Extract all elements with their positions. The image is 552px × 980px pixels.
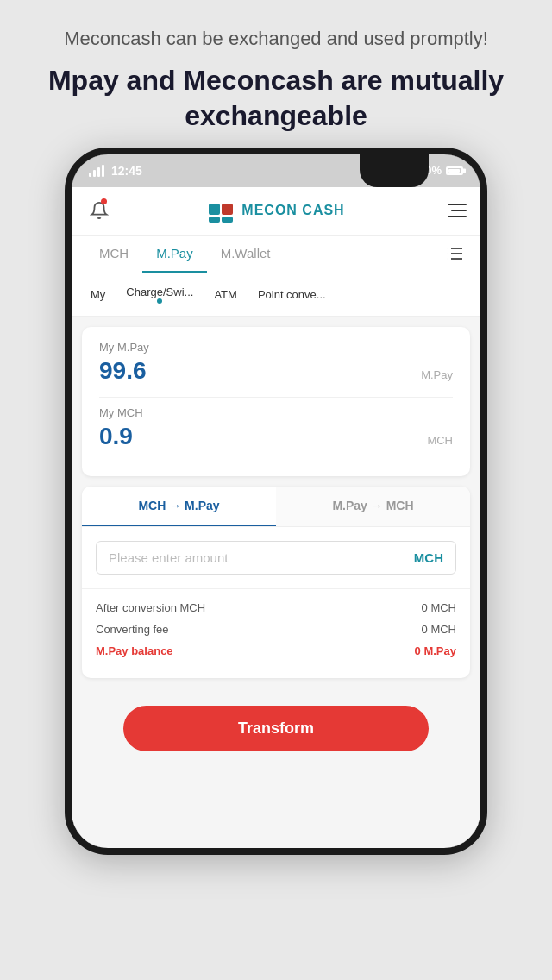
phone-content: MECON CASH MCH M.Pay M.Wallet: [72, 187, 480, 848]
balance-card: My M.Pay 99.6 M.Pay My MCH 0.9 MCH: [82, 327, 470, 476]
conversion-card: MCH → M.Pay M.Pay → MCH Please enter amo…: [82, 487, 470, 678]
transform-button-area: Transform: [72, 688, 480, 777]
sub-navigation: My Charge/Swi... ATM Point conve...: [72, 273, 480, 317]
mpay-balance-label: My M.Pay: [99, 341, 453, 354]
history-icon-button[interactable]: [442, 242, 467, 266]
transform-button[interactable]: Transform: [123, 706, 429, 751]
list-icon: [444, 243, 465, 264]
menu-line-2: [451, 210, 467, 211]
conversion-details: After conversion MCH 0 MCH Converting fe…: [82, 589, 470, 678]
svg-rect-0: [209, 204, 220, 215]
page-title: Mpay and Meconcash are mutually exchange…: [34, 63, 518, 135]
converting-fee-value: 0 MCH: [422, 623, 456, 636]
mch-balance-amount-row: 0.9 MCH: [99, 423, 453, 450]
mpay-balance-detail-label: M.Pay balance: [96, 644, 173, 657]
phone-frame: 12:45 100%: [65, 148, 487, 855]
amount-placeholder: Please enter amount: [109, 550, 228, 565]
logo-cube-icon: [207, 197, 235, 224]
subnav-point[interactable]: Point conve...: [249, 283, 335, 306]
amount-currency-label: MCH: [414, 550, 443, 565]
mpay-balance-row: My M.Pay 99.6 M.Pay: [99, 341, 453, 385]
converting-fee-label: Converting fee: [96, 623, 169, 636]
svg-rect-2: [209, 217, 220, 223]
mpay-balance-detail-row: M.Pay balance 0 M.Pay: [96, 644, 456, 657]
notification-bell-button[interactable]: [85, 197, 113, 224]
menu-line-1: [448, 204, 467, 205]
tab-mpay[interactable]: M.Pay: [142, 236, 207, 273]
app-logo: MECON CASH: [207, 197, 344, 224]
mch-balance-amount: 0.9: [99, 423, 133, 450]
subnav-charge[interactable]: Charge/Swi...: [117, 280, 202, 309]
subnav-active-dot: [157, 298, 162, 304]
after-conversion-value: 0 MCH: [422, 601, 456, 614]
svg-rect-1: [222, 204, 233, 215]
balance-divider: [99, 397, 453, 398]
after-conversion-row: After conversion MCH 0 MCH: [96, 601, 456, 614]
mch-balance-row: My MCH 0.9 MCH: [99, 406, 453, 450]
amount-input-area: Please enter amount MCH: [82, 527, 470, 589]
subnav-atm[interactable]: ATM: [205, 283, 245, 306]
mch-balance-label: My MCH: [99, 406, 453, 419]
tab-mwallet[interactable]: M.Wallet: [207, 236, 285, 273]
menu-button[interactable]: [439, 197, 467, 224]
mch-currency-label: MCH: [427, 434, 453, 447]
status-time: 12:45: [111, 164, 142, 178]
subnav-my[interactable]: My: [82, 283, 114, 306]
page-subtitle: Meconcash can be exchanged and used prom…: [34, 26, 518, 53]
mpay-balance-amount-row: 99.6 M.Pay: [99, 357, 453, 385]
mpay-balance-amount: 99.6: [99, 357, 147, 385]
conversion-tabs: MCH → M.Pay M.Pay → MCH: [82, 487, 470, 527]
mpay-currency-label: M.Pay: [421, 368, 453, 381]
app-header: MECON CASH: [72, 187, 480, 236]
conv-tab-mpay-to-mch[interactable]: M.Pay → MCH: [276, 487, 470, 526]
signal-bars: [89, 165, 104, 177]
after-conversion-label: After conversion MCH: [96, 601, 205, 614]
menu-line-3: [448, 216, 467, 217]
svg-rect-3: [222, 217, 233, 223]
logo-text: MECON CASH: [242, 203, 344, 218]
top-text-section: Meconcash can be exchanged and used prom…: [0, 0, 552, 148]
conv-tab-mch-to-mpay[interactable]: MCH → M.Pay: [82, 487, 276, 526]
bell-icon: [90, 201, 109, 220]
amount-input-wrap[interactable]: Please enter amount MCH: [96, 541, 456, 575]
main-tabs: MCH M.Pay M.Wallet: [72, 236, 480, 273]
converting-fee-row: Converting fee 0 MCH: [96, 623, 456, 636]
phone-notch: [360, 154, 429, 187]
mpay-balance-detail-value: 0 M.Pay: [415, 644, 456, 657]
tab-mch[interactable]: MCH: [85, 236, 142, 273]
battery-icon: [446, 166, 463, 175]
